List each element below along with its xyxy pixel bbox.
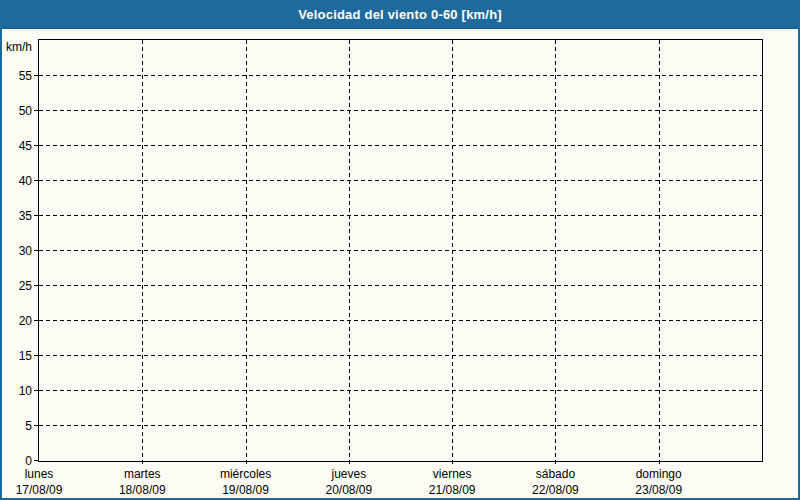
x-tick-label: lunes17/08/09	[16, 466, 63, 498]
y-gridline	[39, 320, 762, 321]
y-tick-mark	[34, 110, 39, 111]
y-tick-mark	[34, 180, 39, 181]
x-day-date: 18/08/09	[119, 482, 166, 498]
x-gridline	[452, 40, 453, 466]
chart-area: km/h 0510152025303540455055lunes17/08/09…	[2, 29, 798, 498]
y-tick-mark	[34, 145, 39, 146]
x-gridline	[142, 40, 143, 466]
y-tick-label: 15	[19, 349, 32, 363]
x-gridline	[659, 40, 660, 466]
y-gridline	[39, 355, 762, 356]
x-day-date: 19/08/09	[220, 482, 271, 498]
y-axis-unit-label: km/h	[6, 40, 32, 54]
x-day-date: 20/08/09	[325, 482, 372, 498]
x-day-name: sábado	[536, 467, 575, 481]
y-tick-label: 45	[19, 139, 32, 153]
x-day-date: 21/08/09	[429, 482, 476, 498]
x-day-name: martes	[124, 467, 161, 481]
y-tick-label: 5	[25, 419, 32, 433]
y-gridline	[39, 425, 762, 426]
x-day-date: 22/08/09	[532, 482, 579, 498]
y-tick-label: 55	[19, 69, 32, 83]
y-tick-label: 30	[19, 244, 32, 258]
y-tick-mark	[34, 355, 39, 356]
x-day-name: miércoles	[220, 467, 271, 481]
y-gridline	[39, 215, 762, 216]
x-day-name: jueves	[332, 467, 367, 481]
x-gridline	[555, 40, 556, 466]
y-tick-label: 40	[19, 174, 32, 188]
plot-area: km/h 0510152025303540455055lunes17/08/09…	[38, 39, 763, 462]
y-gridline	[39, 285, 762, 286]
y-tick-mark	[34, 320, 39, 321]
x-tick-label: viernes21/08/09	[429, 466, 476, 498]
y-tick-label: 50	[19, 104, 32, 118]
y-tick-mark	[34, 250, 39, 251]
x-day-name: domingo	[636, 467, 682, 481]
y-tick-mark	[34, 75, 39, 76]
y-gridline	[39, 145, 762, 146]
y-tick-mark	[34, 425, 39, 426]
y-tick-mark	[34, 215, 39, 216]
x-day-name: viernes	[433, 467, 472, 481]
x-day-name: lunes	[25, 467, 54, 481]
x-tick-label: sábado22/08/09	[532, 466, 579, 498]
y-gridline	[39, 250, 762, 251]
y-tick-label: 25	[19, 279, 32, 293]
x-tick-label: jueves20/08/09	[325, 466, 372, 498]
y-gridline	[39, 180, 762, 181]
x-tick-label: miércoles19/08/09	[220, 466, 271, 498]
y-tick-mark	[34, 285, 39, 286]
y-gridline	[39, 110, 762, 111]
y-tick-mark	[34, 390, 39, 391]
chart-title-bar: Velocidad del viento 0-60 [km/h]	[2, 2, 798, 29]
y-gridline	[39, 390, 762, 391]
y-tick-label: 20	[19, 314, 32, 328]
chart-window: Velocidad del viento 0-60 [km/h] km/h 05…	[0, 0, 800, 500]
x-gridline	[349, 40, 350, 466]
x-day-date: 17/08/09	[16, 482, 63, 498]
x-day-date: 23/08/09	[635, 482, 682, 498]
x-tick-label: domingo23/08/09	[635, 466, 682, 498]
y-tick-mark	[34, 460, 39, 461]
y-gridline	[39, 75, 762, 76]
x-tick-label: martes18/08/09	[119, 466, 166, 498]
chart-title: Velocidad del viento 0-60 [km/h]	[298, 7, 502, 22]
y-tick-label: 35	[19, 209, 32, 223]
x-gridline	[246, 40, 247, 466]
y-tick-label: 10	[19, 384, 32, 398]
